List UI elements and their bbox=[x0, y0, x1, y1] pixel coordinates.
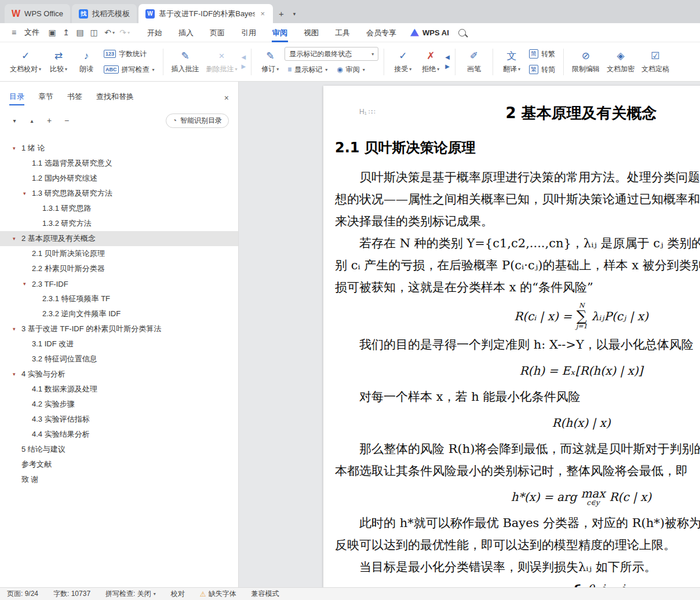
toc-item[interactable]: ▾致 谢 bbox=[0, 472, 238, 487]
toc-item[interactable]: ▾1.2 国内外研究综述 bbox=[0, 171, 238, 186]
translate-button[interactable]: 文 翻译▾ bbox=[498, 46, 525, 78]
menu-page[interactable]: 页面 bbox=[202, 23, 233, 42]
search-icon[interactable] bbox=[458, 29, 466, 36]
spell-check-button[interactable]: ABC 拼写检查 ▾ bbox=[101, 63, 158, 76]
insert-comment-button[interactable]: ✎ 插入批注 bbox=[169, 46, 202, 78]
expand-all-button[interactable]: ▴ bbox=[27, 115, 37, 126]
file-menu[interactable]: ≡ 文件 bbox=[7, 27, 39, 38]
read-aloud-button[interactable]: ♪ 朗读 bbox=[73, 46, 100, 78]
toc-expand-icon[interactable]: ▾ bbox=[23, 191, 32, 196]
word-count-status[interactable]: 字数: 10737 bbox=[53, 589, 90, 599]
show-markup-icon: ≡ bbox=[287, 65, 291, 74]
to-traditional-button[interactable]: 简 转繁 bbox=[526, 47, 558, 61]
toc-expand-icon[interactable]: ▾ bbox=[23, 281, 32, 287]
to-simplified-label: 转简 bbox=[541, 65, 555, 75]
track-changes-icon: ✎ bbox=[266, 50, 274, 63]
collapse-level-button[interactable]: − bbox=[61, 115, 72, 126]
word-count-button[interactable]: 123 字数统计 bbox=[101, 47, 158, 61]
export-icon[interactable]: ↥ bbox=[59, 28, 73, 37]
tab-wps-home[interactable]: W WPS Office bbox=[5, 4, 70, 23]
markup-state-select[interactable]: 显示标记的最终状态 ▾ bbox=[285, 47, 378, 61]
toc-item[interactable]: ▾4.4 实验结果分析 bbox=[0, 427, 238, 442]
reject-button[interactable]: ✗ 拒绝▾ bbox=[417, 46, 444, 78]
encrypt-button[interactable]: ◈ 文档加密 bbox=[604, 46, 637, 78]
smart-toc-button[interactable]: ◔ 智能识别目录 bbox=[166, 114, 229, 128]
menu-reference[interactable]: 引用 bbox=[233, 23, 264, 42]
menu-tools[interactable]: 工具 bbox=[327, 23, 358, 42]
heading-drag-handle[interactable]: H₁ ∷∷ bbox=[359, 108, 374, 116]
toc-item[interactable]: ▾2.3 TF-IDF bbox=[0, 276, 238, 291]
toc-item[interactable]: ▾参考文献 bbox=[0, 457, 238, 472]
restrict-edit-button[interactable]: ⊘ 限制编辑 bbox=[569, 46, 603, 78]
prev-comment-button[interactable]: ◀ bbox=[242, 54, 246, 61]
finalize-button[interactable]: ☑ 文档定稿 bbox=[639, 46, 672, 78]
show-markup-button[interactable]: ≡ 显示标记 ▾ bbox=[285, 63, 330, 76]
next-comment-button[interactable]: ▶ bbox=[242, 63, 246, 70]
accept-button[interactable]: ✓ 接受▾ bbox=[389, 46, 416, 78]
toc-item[interactable]: ▾1.3.1 研究思路 bbox=[0, 201, 238, 216]
close-tab-icon[interactable]: × bbox=[259, 9, 266, 18]
save-icon[interactable]: ▣ bbox=[45, 28, 59, 37]
sidebar-tab-bookmark[interactable]: 书签 bbox=[67, 88, 82, 108]
wps-ai-button[interactable]: WPS AI bbox=[410, 28, 449, 37]
toc-item-label: 2 基本原理及有关概念 bbox=[21, 233, 96, 244]
toc-expand-icon[interactable]: ▾ bbox=[13, 371, 21, 377]
proofread-button[interactable]: 校对 bbox=[171, 589, 185, 599]
toc-item[interactable]: ▾1.3.2 研究方法 bbox=[0, 216, 238, 231]
toc-item[interactable]: ▾1 绪 论 bbox=[0, 141, 238, 156]
formula-conditional-risk: R(cᵢ | x) = N ∑ j=1 λᵢⱼP(cⱼ | x) bbox=[335, 302, 700, 330]
toc-item[interactable]: ▾2.3.2 逆向文件频率 IDF bbox=[0, 306, 238, 321]
redo-chevron-icon[interactable]: ▾ bbox=[127, 30, 130, 35]
toc-item[interactable]: ▾2.1 贝叶斯决策论原理 bbox=[0, 246, 238, 261]
print-preview-icon[interactable]: ◫ bbox=[87, 28, 101, 37]
tab-list-chevron-icon[interactable]: ▾ bbox=[290, 4, 300, 23]
menu-insert[interactable]: 插入 bbox=[170, 23, 202, 42]
toc-expand-icon[interactable]: ▾ bbox=[13, 236, 21, 242]
toc-item[interactable]: ▾4.2 实验步骤 bbox=[0, 397, 238, 412]
toc-item[interactable]: ▾4 实验与分析 bbox=[0, 367, 238, 382]
toc-item[interactable]: ▾1.1 选题背景及研究意义 bbox=[0, 156, 238, 171]
pen-button[interactable]: ✐ 画笔 bbox=[461, 46, 487, 78]
review-mode-button[interactable]: ◉ 审阅 ▾ bbox=[334, 63, 368, 76]
toc-expand-icon[interactable]: ▾ bbox=[13, 326, 21, 332]
track-changes-button[interactable]: ✎ 修订▾ bbox=[257, 46, 283, 78]
toc-item[interactable]: ▾2.3.1 特征项频率 TF bbox=[0, 291, 238, 306]
new-tab-button[interactable]: + bbox=[273, 4, 290, 23]
document-canvas[interactable]: H₁ ∷∷ 2 基本原理及有关概念 2.1 贝叶斯决策论原理 贝叶斯决策是基于概… bbox=[239, 82, 700, 587]
chevron-down-icon: ▾ bbox=[363, 67, 365, 72]
tab-document[interactable]: W 基于改进TF-IDF的朴素Bayes文 × bbox=[138, 4, 273, 23]
missing-font-warning[interactable]: ⚠ 缺失字体 bbox=[200, 589, 236, 599]
toc-item-label: 1 绪 论 bbox=[21, 143, 45, 153]
toc-expand-icon[interactable]: ▾ bbox=[13, 145, 21, 151]
toc-item[interactable]: ▾4.3 实验评估指标 bbox=[0, 412, 238, 427]
close-panel-icon[interactable]: × bbox=[224, 93, 229, 103]
spellcheck-status[interactable]: 拼写检查: 关闭 ▾ bbox=[105, 589, 156, 599]
sidebar-tab-chapter[interactable]: 章节 bbox=[38, 88, 53, 108]
compare-button[interactable]: ⇄ 比较▾ bbox=[45, 46, 72, 78]
expand-level-button[interactable]: + bbox=[44, 115, 54, 126]
toc-item[interactable]: ▾4.1 数据来源及处理 bbox=[0, 382, 238, 397]
menu-review[interactable]: 审阅 bbox=[264, 23, 296, 42]
toc-item[interactable]: ▾3.2 特征词位置信息 bbox=[0, 352, 238, 367]
document-page[interactable]: H₁ ∷∷ 2 基本原理及有关概念 2.1 贝叶斯决策论原理 贝叶斯决策是基于概… bbox=[323, 86, 700, 587]
collapse-all-button[interactable]: ▾ bbox=[9, 115, 20, 126]
tab-docer-template[interactable]: 找 找稻壳模板 bbox=[72, 4, 137, 23]
toc-item[interactable]: ▾3 基于改进 TF-IDF 的朴素贝叶斯分类算法 bbox=[0, 321, 238, 336]
next-change-button[interactable]: ▶ bbox=[445, 63, 450, 70]
sidebar-tab-toc[interactable]: 目录 bbox=[9, 88, 24, 108]
menu-membership[interactable]: 会员专享 bbox=[358, 23, 404, 42]
to-simplified-button[interactable]: 繁 转简 bbox=[526, 63, 558, 76]
menu-home[interactable]: 开始 bbox=[139, 23, 170, 42]
print-icon[interactable]: ▤ bbox=[73, 28, 87, 37]
toc-item[interactable]: ▾3.1 IDF 改进 bbox=[0, 336, 238, 352]
delete-comment-button[interactable]: × 删除批注▾ bbox=[203, 46, 240, 78]
toc-item[interactable]: ▾1.3 研究思路及研究方法 bbox=[0, 186, 238, 201]
toc-item-current[interactable]: ▾2 基本原理及有关概念 bbox=[0, 231, 238, 246]
doc-proof-button[interactable]: ✓ 文档校对▾ bbox=[7, 46, 44, 78]
undo-chevron-icon[interactable]: ▾ bbox=[112, 30, 115, 35]
menu-view[interactable]: 视图 bbox=[296, 23, 327, 42]
toc-item[interactable]: ▾2.2 朴素贝叶斯分类器 bbox=[0, 261, 238, 276]
prev-change-button[interactable]: ◀ bbox=[445, 54, 450, 61]
toc-item[interactable]: ▾5 结论与建议 bbox=[0, 442, 238, 457]
sidebar-tab-find-replace[interactable]: 查找和替换 bbox=[96, 88, 134, 108]
